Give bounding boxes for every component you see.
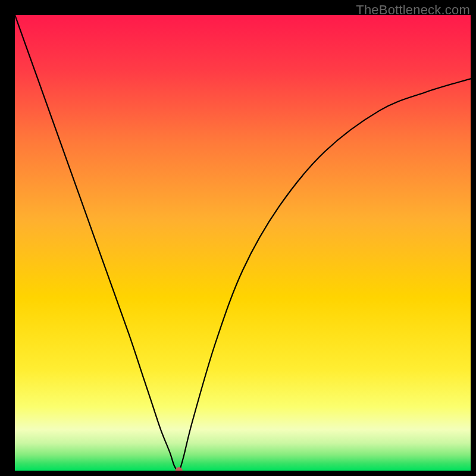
chart-svg [15, 15, 471, 471]
watermark-text: TheBottleneck.com [356, 2, 470, 18]
background-gradient [15, 15, 471, 471]
chart-stage: TheBottleneck.com [0, 0, 476, 476]
plot-area [15, 15, 471, 471]
